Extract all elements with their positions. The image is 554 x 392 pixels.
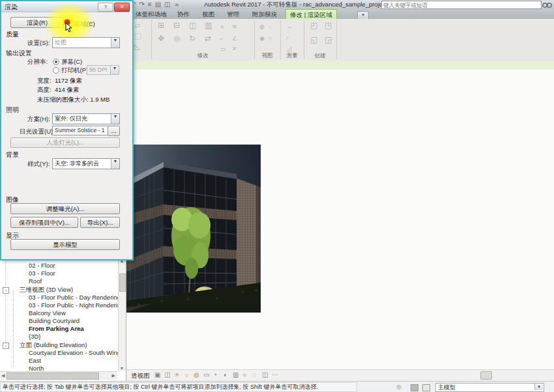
sun-browse-button[interactable]: ... bbox=[108, 126, 120, 136]
reveal-icon: ◉ bbox=[259, 35, 265, 42]
render-teapot-icon[interactable]: ◍ bbox=[194, 371, 199, 378]
measure-angle-icon: ∕ bbox=[287, 35, 288, 42]
hide-icon: ◍ bbox=[259, 23, 265, 31]
select-tool-icon: ▱ bbox=[134, 21, 140, 29]
show-crop-icon[interactable]: ◔ bbox=[213, 371, 217, 378]
quality-setting-dropdown[interactable]: 绘图 ▼ bbox=[52, 37, 120, 48]
more-icon[interactable]: ⋯ bbox=[272, 371, 278, 378]
mouse-cursor-icon bbox=[65, 22, 72, 33]
browser-horizontal-scrollbar[interactable]: ◀ ▶ bbox=[0, 371, 117, 380]
chevron-down-icon: ▼ bbox=[110, 66, 119, 74]
tab-manage[interactable]: 管理 bbox=[223, 10, 243, 18]
lock-view-icon[interactable]: ◖ bbox=[223, 371, 227, 378]
tree-item-balcony-view[interactable]: Balcony View bbox=[0, 309, 117, 317]
screen-radio-label[interactable]: 屏幕(C) bbox=[61, 58, 82, 66]
show-model-button[interactable]: 显示模型 bbox=[10, 239, 120, 250]
tree-item-3d[interactable]: {3D} bbox=[0, 333, 117, 341]
shadows-icon[interactable]: ☼ bbox=[184, 371, 190, 378]
export-button[interactable]: 导出(X)... bbox=[80, 217, 120, 228]
tree-item-roof[interactable]: Roof bbox=[0, 277, 117, 285]
help-button[interactable]: ? bbox=[98, 3, 113, 12]
tab-addins[interactable]: 附加模块 bbox=[248, 10, 281, 18]
sun-path-icon[interactable]: ☀ bbox=[174, 371, 180, 378]
menu-icon[interactable]: ≡ bbox=[148, 1, 152, 8]
temporary-view-icon[interactable]: ◌ bbox=[252, 371, 256, 378]
lighting-group-label: 照明 bbox=[6, 105, 19, 115]
sun-setting-field[interactable]: Summer Solstice - 1 bbox=[52, 126, 109, 135]
reveal-hidden-icon[interactable]: ○ bbox=[242, 371, 246, 378]
create-parts-icon: ◲ bbox=[325, 36, 332, 44]
chevron-down-icon: ▼ bbox=[111, 114, 119, 124]
tree-item-building-courtyard[interactable]: Building Courtyard bbox=[0, 317, 117, 325]
save-to-project-button[interactable]: 保存到项目中(V)... bbox=[10, 217, 78, 228]
tree-item-night-rendering[interactable]: 03 - Floor Public - Night Rendering bbox=[0, 301, 117, 309]
detail-level-icon[interactable]: ◫ bbox=[164, 371, 170, 378]
scroll-right-icon[interactable]: ▶ bbox=[112, 373, 115, 378]
offset-icon: ≋ bbox=[232, 23, 237, 31]
region-checkbox-label[interactable]: 区域(E) bbox=[74, 20, 95, 29]
copy-icon[interactable]: ◫ bbox=[164, 1, 170, 8]
resolution-label: 分辨率: bbox=[27, 58, 48, 66]
close-button[interactable]: ✕ bbox=[114, 3, 130, 12]
crop-view-icon[interactable]: ▭ bbox=[203, 371, 209, 378]
equals-icon[interactable]: ＝ bbox=[174, 1, 181, 8]
collapse-icon[interactable]: - bbox=[3, 287, 9, 294]
dialog-title-bar[interactable]: 渲染 ? ✕ bbox=[1, 1, 130, 12]
style-label: 样式(Y): bbox=[27, 160, 50, 169]
design-option-dropdown[interactable]: 主模型 ▾ bbox=[435, 383, 544, 392]
redo-icon[interactable]: ↷ bbox=[139, 1, 144, 8]
sun-setting-label: 日光设置(U): bbox=[20, 128, 55, 136]
project-browser: 02 - Floor 03 - Floor Roof -三维视图 (3D Vie… bbox=[0, 258, 126, 381]
view-scale-label[interactable]: 透视图 bbox=[131, 372, 150, 380]
tree-item-03-floor[interactable]: 03 - Floor bbox=[0, 270, 117, 277]
tab-collaborate[interactable]: 协作 bbox=[173, 10, 194, 18]
search-binoculars-icon[interactable] bbox=[542, 1, 552, 8]
help-search-input[interactable] bbox=[381, 1, 542, 9]
render-button[interactable]: 渲染(R) bbox=[10, 17, 64, 28]
tree-group-elevations[interactable]: -立面 (Building Elevation) bbox=[0, 341, 117, 349]
rotate-icon: ↻ bbox=[189, 35, 196, 42]
visual-style-icon[interactable]: ▣ bbox=[154, 371, 160, 378]
output-group-label: 输出设置 bbox=[6, 49, 32, 58]
tab-massing-site[interactable]: 体量和场地 bbox=[132, 10, 171, 18]
scheme-label: 方案(H): bbox=[27, 115, 50, 124]
render-dialog: 渲染 ? ✕ 渲染(R) 区域(E) 质量 设置(S): 绘图 ▼ 输出设置 分… bbox=[0, 0, 134, 260]
move-icon: ✥ bbox=[158, 35, 164, 42]
printer-radio[interactable] bbox=[53, 67, 59, 74]
printer-radio-label[interactable]: 打印机(P) bbox=[61, 66, 88, 75]
scroll-left-icon[interactable]: ◀ bbox=[1, 373, 5, 378]
chevron-down-icon: ▼ bbox=[111, 159, 119, 169]
scroll-thumb[interactable] bbox=[7, 372, 99, 380]
create-group-icon: ◰ bbox=[310, 21, 317, 29]
scheme-dropdown[interactable]: 室外: 仅日光 ▼ bbox=[52, 113, 120, 124]
tree-item-day-rendering[interactable]: 03 - Floor Public - Day Rendering bbox=[0, 294, 117, 301]
filter-light-icon[interactable] bbox=[422, 384, 430, 391]
revit-window: ↶ ↷ ≡ ▤ ◫ ＝ Autodesk Revit 2017 - 不可转售版 … bbox=[0, 0, 554, 392]
filter-dark-icon[interactable] bbox=[411, 384, 418, 391]
tree-item-02-floor[interactable]: 02 - Floor bbox=[0, 262, 117, 270]
print-icon[interactable]: ▤ bbox=[155, 1, 161, 8]
style-dropdown[interactable]: 天空: 非常多的云 ▼ bbox=[52, 158, 120, 169]
browser-vertical-scrollbar[interactable]: ▲ ▼ bbox=[118, 258, 126, 371]
adjust-exposure-button[interactable]: 调整曝光(A)... bbox=[10, 203, 120, 214]
scroll-thumb[interactable] bbox=[119, 273, 126, 292]
constraints-icon[interactable]: ◫ bbox=[262, 371, 268, 378]
worksharing-icon[interactable]: ◎ bbox=[396, 384, 401, 390]
scroll-down-icon[interactable]: ▼ bbox=[119, 366, 125, 371]
canvas-corner-widget[interactable] bbox=[480, 371, 492, 380]
tree-group-3d-views[interactable]: -三维视图 (3D View) bbox=[0, 286, 117, 294]
tree-item-from-parking-area[interactable]: From Parking Area bbox=[0, 325, 117, 333]
view-control-bar: 透视图 ▣ ◫ ☀ ☼ ◍ ▭ ◔ ◖ ▥ ○ ◌ ◫ ⋯ bbox=[125, 369, 554, 382]
tree-item-courtyard-elevation[interactable]: Courtyard Elevation - South Wing bbox=[0, 349, 117, 357]
temporary-hide-icon[interactable]: ▥ bbox=[233, 371, 239, 378]
tree-item-east[interactable]: East bbox=[0, 357, 117, 365]
create-similar-icon: ◳ bbox=[325, 21, 332, 29]
trim-icon: ⌐ bbox=[220, 35, 224, 42]
tab-modify-render-region[interactable]: 修改 | 渲染区域 bbox=[285, 9, 337, 20]
tab-view[interactable]: 视图 bbox=[198, 10, 218, 18]
uncompressed-size-text: 未压缩的图像大小: 1.9 MB bbox=[37, 96, 109, 104]
isolate-icon: ◌ bbox=[269, 23, 272, 31]
collapse-icon[interactable]: - bbox=[3, 343, 9, 349]
screen-radio[interactable] bbox=[53, 59, 59, 65]
chevron-down-icon: ▼ bbox=[111, 38, 119, 48]
